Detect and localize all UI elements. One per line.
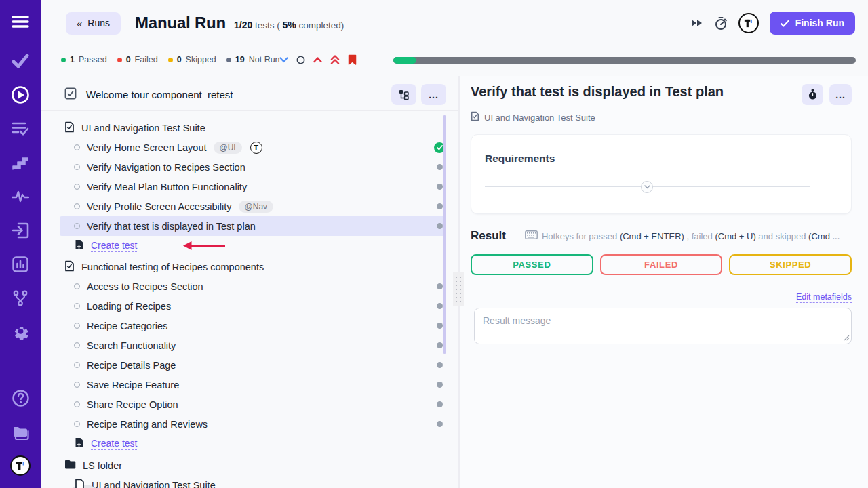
test-title: Save Recipe Feature [87, 380, 179, 390]
folder-icon [64, 460, 76, 471]
timer-icon[interactable] [714, 16, 728, 30]
tree-more-button[interactable]: ... [421, 84, 446, 105]
check-icon[interactable] [0, 44, 41, 78]
folder-title: LS folder [83, 460, 122, 471]
gear-icon[interactable] [0, 315, 41, 349]
pulse-icon[interactable] [0, 180, 41, 214]
tree-scrollbar[interactable] [443, 115, 446, 354]
tag-badge: @Nav [239, 201, 274, 213]
sign-in-icon[interactable] [0, 214, 41, 247]
test-detail-panel: Verify that test is displayed in Test pl… [460, 76, 868, 488]
test-row[interactable]: Recipe Details Page [60, 355, 445, 375]
test-bullet-icon [74, 421, 80, 427]
list-check-icon[interactable] [0, 112, 41, 146]
test-row[interactable]: Verify Navigation to Recipes Section [60, 157, 445, 177]
tag-badge: @UI [214, 142, 242, 154]
passed-button[interactable]: PASSED [471, 254, 593, 275]
test-title: Search Functionality [87, 340, 176, 351]
bookmark-icon[interactable] [348, 54, 357, 65]
status-bar: 1Passed 0Failed 0Skipped 19Not Run [41, 49, 868, 76]
requirements-expand-toggle[interactable] [641, 181, 653, 193]
create-test-row[interactable]: Create test [60, 434, 445, 453]
edit-metafields-link[interactable]: Edit metafields [796, 292, 852, 303]
menu-icon[interactable] [0, 0, 41, 43]
create-test-row[interactable]: Create test [60, 236, 445, 256]
branch-icon[interactable] [0, 281, 41, 315]
chevron-up-icon[interactable] [313, 57, 322, 63]
logo-icon[interactable] [0, 449, 41, 483]
test-row[interactable]: Loading of Recipes [60, 296, 445, 316]
tree-view-button[interactable] [391, 84, 416, 105]
test-bullet-icon [74, 223, 80, 229]
create-test-link[interactable]: Create test [91, 240, 137, 252]
panel-resize-handle[interactable] [453, 272, 464, 306]
test-detail-title[interactable]: Verify that test is displayed in Test pl… [471, 84, 724, 102]
notrun-status-icon [437, 283, 443, 289]
test-title: Loading of Recipes [87, 301, 171, 312]
skipped-button[interactable]: SKIPPED [729, 254, 852, 275]
test-bullet-icon [74, 164, 80, 170]
suite-breadcrumb[interactable]: UI and Navigation Test Suite [484, 113, 595, 123]
bar-chart-icon[interactable] [0, 247, 41, 281]
failed-button[interactable]: FAILED [600, 254, 723, 275]
notrun-status-icon [437, 362, 443, 368]
new-document-icon [75, 239, 84, 252]
hotkeys-hint: Hotkeys for passed (Cmd + ENTER) , faile… [525, 230, 852, 241]
test-row[interactable]: Verify Home Screen Layout @UI T [60, 138, 445, 157]
test-row[interactable]: Save Recipe Feature [60, 375, 445, 394]
suite-doc-icon [64, 121, 75, 135]
suite-row[interactable]: UI and Navigation Test Suite [60, 118, 445, 138]
folders-icon[interactable] [0, 415, 41, 449]
project-logo-icon[interactable] [738, 13, 759, 33]
notrun-status-icon [437, 223, 443, 229]
requirements-card: Requirements [471, 134, 852, 214]
test-row[interactable]: Recipe Categories [60, 316, 445, 336]
double-chevron-left-icon: « [77, 18, 82, 29]
result-message-input[interactable] [474, 308, 852, 344]
finish-run-button[interactable]: Finish Run [770, 12, 855, 35]
suite-row[interactable]: 0.0 UI and Navigation Test Suite [60, 475, 445, 488]
notrun-status-icon [437, 401, 443, 407]
play-circle-icon[interactable] [0, 78, 41, 112]
test-row[interactable]: Verify Meal Plan Button Functionality [60, 177, 445, 197]
suite-title: UI and Navigation Test Suite [92, 480, 216, 488]
notrun-status-icon [437, 203, 443, 209]
test-title: Recipe Categories [87, 321, 167, 331]
test-bullet-icon [74, 323, 80, 329]
test-bullet-icon [74, 144, 80, 150]
detail-more-button[interactable]: ... [829, 84, 852, 105]
test-bullet-icon [74, 382, 80, 388]
run-group-title: Welcome tour component_retest [86, 89, 233, 100]
back-to-runs-button[interactable]: « Runs [66, 12, 121, 35]
skipped-count: 0Skipped [168, 55, 216, 64]
chevron-down-icon[interactable] [279, 57, 288, 63]
create-test-link[interactable]: Create test [91, 438, 137, 450]
test-title: Verify Meal Plan Button Functionality [87, 182, 247, 192]
test-row[interactable]: Share Recipe Option [60, 394, 445, 414]
test-row-selected[interactable]: Verify that test is displayed in Test pl… [60, 216, 445, 236]
automation-logo-icon: T [250, 142, 262, 154]
folder-row[interactable]: LS folder [60, 455, 445, 475]
timer-button[interactable] [802, 84, 823, 105]
steps-icon[interactable] [0, 146, 41, 180]
fast-forward-icon[interactable] [691, 19, 703, 27]
notrun-status-icon [437, 184, 443, 190]
suite-doc-icon [75, 479, 85, 488]
new-document-icon [75, 437, 84, 450]
test-title: Verify Home Screen Layout [87, 142, 207, 153]
double-chevron-up-icon[interactable] [330, 55, 340, 64]
test-title: Access to Recipes Section [87, 281, 203, 292]
test-row[interactable]: Recipe Rating and Reviews [60, 414, 445, 434]
circle-icon[interactable] [296, 56, 305, 64]
notrun-status-icon [437, 421, 443, 427]
test-row[interactable]: Access to Recipes Section [60, 277, 445, 296]
test-title: Verify Profile Screen Accessibility [87, 201, 232, 212]
test-row[interactable]: Search Functionality [60, 336, 445, 355]
test-row[interactable]: Verify Profile Screen Accessibility @Nav [60, 197, 445, 216]
test-tree: UI and Navigation Test Suite Verify Home… [41, 111, 458, 488]
run-progress-bar [393, 57, 856, 64]
suite-row[interactable]: Functional testing of Recipes components [60, 257, 445, 277]
help-icon[interactable] [0, 381, 41, 415]
passed-count: 1Passed [61, 55, 107, 64]
notrun-count: 19Not Run [226, 55, 280, 64]
